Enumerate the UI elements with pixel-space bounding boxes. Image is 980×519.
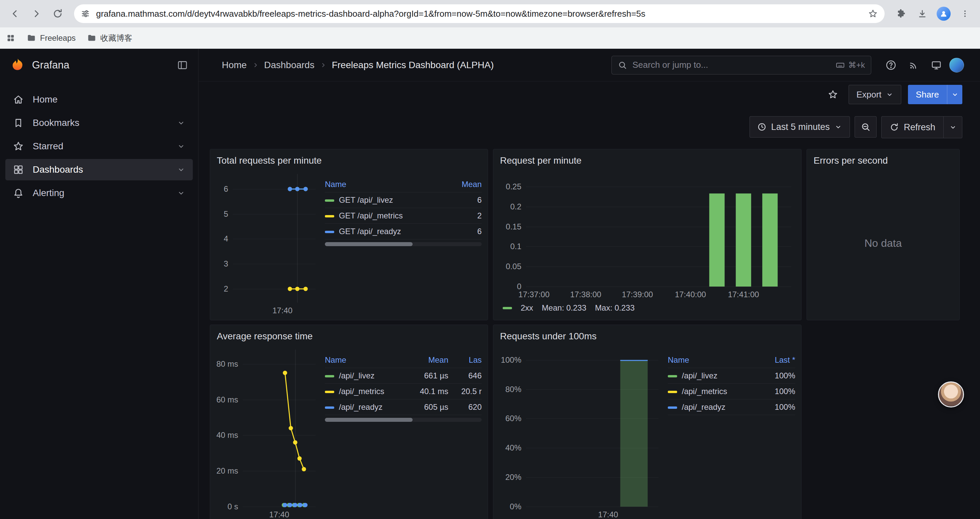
- content-header: Home Dashboards Freeleaps Metrics Dashbo…: [199, 49, 980, 81]
- chart-plot[interactable]: [216, 347, 320, 519]
- panel-total-requests: Total requests per minute 6543217:40 Nam…: [210, 149, 488, 320]
- bookmark-star-icon[interactable]: [868, 9, 878, 19]
- breadcrumb-dashboards[interactable]: Dashboards: [264, 60, 315, 70]
- back-icon[interactable]: [5, 4, 25, 23]
- legend-row[interactable]: /api/_metrics40.1 ms20.5 r: [325, 384, 482, 399]
- sidebar-toggle-icon[interactable]: [177, 59, 188, 71]
- share-caret-icon[interactable]: [947, 85, 963, 104]
- export-button[interactable]: Export: [849, 85, 901, 104]
- panel-title[interactable]: Average response time: [210, 325, 488, 345]
- legend-row[interactable]: GET /api/_metrics2: [325, 208, 482, 224]
- bookmark-folder-freeleaps[interactable]: Freeleaps: [27, 34, 76, 43]
- series-mean: Mean: 0.233: [542, 303, 586, 313]
- legend-header[interactable]: Name: [668, 355, 749, 365]
- sidebar-item-label: Alerting: [33, 188, 64, 198]
- legend-row[interactable]: /api/_readyz100%: [668, 399, 795, 415]
- legend-scrollbar[interactable]: [325, 242, 482, 246]
- extensions-icon[interactable]: [891, 4, 911, 23]
- legend-inline[interactable]: 2xx Mean: 0.233 Max: 0.233: [500, 300, 795, 316]
- series-value: 661 µs: [398, 371, 448, 380]
- search-box[interactable]: ⌘+k: [611, 56, 871, 75]
- grafana-logo-icon[interactable]: [10, 57, 25, 73]
- panel-title[interactable]: Request per minute: [493, 149, 801, 169]
- reload-icon[interactable]: [48, 4, 67, 23]
- bookmark-label: Freeleaps: [40, 34, 76, 43]
- forward-icon[interactable]: [27, 4, 46, 23]
- chevron-down-icon[interactable]: [177, 118, 185, 127]
- breadcrumb-home[interactable]: Home: [222, 60, 247, 70]
- sidebar-item-bookmarks[interactable]: Bookmarks: [5, 112, 193, 134]
- apps-shortcut-icon[interactable]: [6, 34, 15, 43]
- chevron-down-icon[interactable]: [177, 165, 185, 174]
- bookmark-folder-blogs[interactable]: 收藏博客: [87, 33, 132, 43]
- url-input[interactable]: [95, 8, 862, 19]
- series-name[interactable]: /api/_livez: [325, 371, 398, 380]
- sidebar: Grafana Home Bookmarks Starred: [0, 49, 199, 519]
- legend-scrollbar[interactable]: [325, 418, 482, 422]
- share-button[interactable]: Share: [908, 85, 963, 104]
- legend-header-row: NameMeanLas: [325, 352, 482, 368]
- legend-header[interactable]: Mean: [398, 355, 448, 365]
- legend-row[interactable]: /api/_readyz605 µs620: [325, 399, 482, 415]
- chart-plot[interactable]: [216, 171, 320, 316]
- legend-header[interactable]: Las: [448, 355, 482, 365]
- refresh-button[interactable]: Refresh: [881, 116, 963, 138]
- browser-menu-icon[interactable]: [955, 4, 975, 23]
- series-name[interactable]: GET /api/_livez: [325, 195, 442, 205]
- monitor-icon[interactable]: [927, 56, 946, 75]
- zoom-out-button[interactable]: [854, 116, 877, 137]
- news-icon[interactable]: [904, 56, 923, 75]
- chart-plot[interactable]: [500, 171, 795, 300]
- keyboard-icon: [835, 61, 845, 70]
- sidebar-item-dashboards[interactable]: Dashboards: [5, 159, 193, 180]
- legend-header[interactable]: Name: [325, 180, 442, 189]
- favorite-star-icon[interactable]: [824, 86, 842, 104]
- legend-row[interactable]: /api/_livez661 µs646: [325, 368, 482, 384]
- sidebar-item-label: Dashboards: [33, 164, 83, 175]
- legend-header[interactable]: Last *: [749, 355, 795, 365]
- panel-title[interactable]: Requests under 100ms: [493, 325, 801, 345]
- chevron-down-icon[interactable]: [177, 142, 185, 151]
- series-name[interactable]: /api/_readyz: [668, 402, 749, 412]
- help-icon[interactable]: [881, 56, 900, 75]
- series-name[interactable]: 2xx: [521, 303, 533, 313]
- grafana-user-avatar[interactable]: [949, 58, 964, 72]
- scrollbar-thumb[interactable]: [325, 242, 413, 246]
- time-range-picker[interactable]: Last 5 minutes: [749, 116, 850, 137]
- panel-title[interactable]: Total requests per minute: [210, 149, 488, 169]
- legend-row[interactable]: /api/_livez100%: [668, 368, 795, 384]
- panel-errors-per-second: Errors per second No data: [807, 149, 960, 320]
- sidebar-item-home[interactable]: Home: [5, 89, 193, 110]
- download-icon[interactable]: [913, 4, 932, 23]
- series-name[interactable]: /api/_metrics: [325, 387, 398, 396]
- series-name[interactable]: /api/_metrics: [668, 387, 749, 396]
- legend-header[interactable]: Name: [325, 355, 398, 365]
- legend-row[interactable]: GET /api/_livez6: [325, 192, 482, 208]
- site-info-icon[interactable]: [81, 9, 90, 18]
- sidebar-item-alerting[interactable]: Alerting: [5, 182, 193, 204]
- chart-plot[interactable]: [500, 347, 662, 519]
- series-value: 20.5 r: [448, 387, 482, 396]
- legend-row[interactable]: GET /api/_readyz6: [325, 224, 482, 240]
- refresh-interval-caret[interactable]: [943, 117, 962, 138]
- series-name[interactable]: GET /api/_readyz: [325, 227, 442, 236]
- bookmark-icon: [13, 117, 24, 129]
- legend-header[interactable]: Mean: [442, 180, 482, 189]
- search-input[interactable]: [632, 59, 831, 70]
- panel-row-2: Average response time 80 ms60 ms40 ms20 …: [210, 325, 802, 519]
- url-bar[interactable]: [74, 4, 885, 23]
- panel-title[interactable]: Errors per second: [807, 149, 959, 169]
- app-brand[interactable]: Grafana: [32, 59, 69, 71]
- scrollbar-thumb[interactable]: [325, 418, 413, 422]
- home-icon: [13, 94, 24, 105]
- chevron-down-icon[interactable]: [177, 189, 185, 197]
- sidebar-item-starred[interactable]: Starred: [5, 136, 193, 157]
- browser-profile-avatar[interactable]: [934, 4, 953, 23]
- series-name[interactable]: /api/_livez: [668, 371, 749, 380]
- series-name[interactable]: /api/_readyz: [325, 402, 398, 412]
- series-name[interactable]: GET /api/_metrics: [325, 211, 442, 220]
- legend-row[interactable]: /api/_metrics100%: [668, 384, 795, 399]
- series-max: Max: 0.233: [595, 303, 635, 313]
- zoom-out-icon: [861, 122, 870, 132]
- floating-avatar[interactable]: [938, 382, 964, 407]
